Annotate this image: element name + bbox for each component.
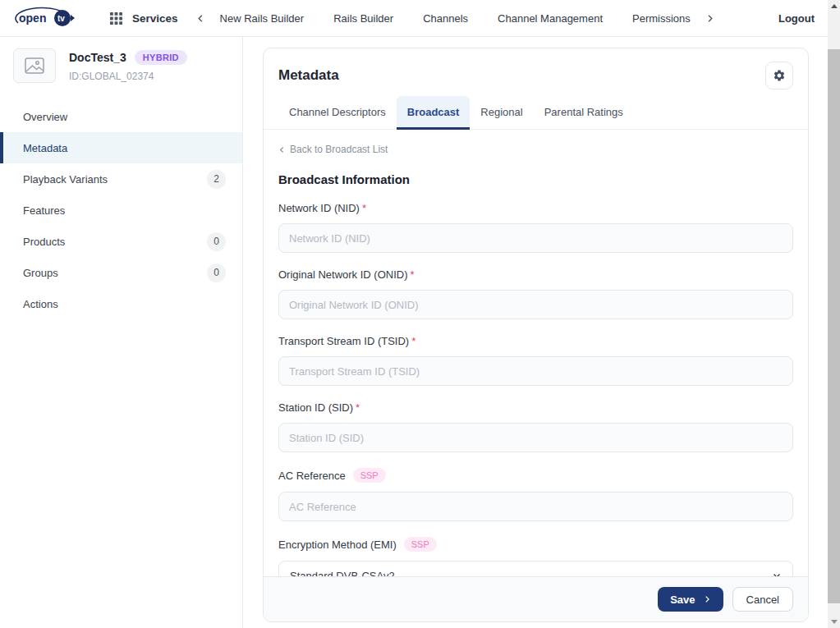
nav-item-channels[interactable]: Channels [423,12,468,25]
field-label: Station ID (SID) [278,401,353,414]
apps-grid-icon[interactable] [110,12,122,25]
scrollbar-up-arrow[interactable] [828,0,840,12]
scrollbar-down-arrow[interactable] [828,616,840,628]
select-value: Standard DVB-CSAv2 [290,570,395,577]
broadcast-form: Back to Broadcast List Broadcast Informa… [264,130,808,576]
opentv-logo[interactable]: open tv [15,7,77,30]
page-title: Metadata [278,67,339,84]
field-original-network-id: Original Network ID (ONID) * [278,268,793,319]
panel-header: Metadata [264,48,808,96]
channel-thumbnail [13,48,56,83]
sidebar-item-features[interactable]: Features [0,195,242,226]
station-id-input[interactable] [278,423,793,452]
back-to-broadcast-list-link[interactable]: Back to Broadcast List [278,144,388,155]
sidebar-menu: Overview Metadata Playback Variants 2 Fe… [0,101,242,319]
required-asterisk: * [411,335,415,347]
settings-button[interactable] [765,62,793,89]
sidebar-item-label: Products [23,236,65,248]
metadata-panel: Metadata Channel Descriptors Broadcast R… [263,48,809,622]
sidebar-item-actions[interactable]: Actions [0,288,242,319]
nav-item-channel-management[interactable]: Channel Management [498,12,603,25]
chevron-left-icon [278,146,286,154]
sidebar-item-overview[interactable]: Overview [0,101,242,132]
opentv-logo-graphic: open tv [15,7,77,30]
form-footer: Save Cancel [264,576,808,621]
field-transport-stream-id: Transport Stream ID (TSID) * [278,335,793,386]
required-asterisk: * [356,401,360,414]
top-nav-links: New Rails Builder Rails Builder Channels… [220,12,691,25]
sidebar-item-label: Overview [23,111,67,123]
sidebar-item-products[interactable]: Products 0 [0,226,242,257]
entity-name: DocTest_3 [69,51,126,64]
field-network-id: Network ID (NID) * [278,202,793,253]
services-menu[interactable]: Services [132,12,178,25]
encryption-method-select[interactable]: Standard DVB-CSAv2 [278,561,793,576]
nav-item-permissions[interactable]: Permissions [632,12,691,25]
sidebar-item-label: Actions [23,298,58,310]
field-label: Encryption Method (EMI) [278,539,397,551]
section-title: Broadcast Information [278,172,793,186]
entity-header: DocTest_3 HYBRID ID:GLOBAL_02374 [0,37,242,96]
chevron-right-icon [703,595,711,603]
tab-parental-ratings[interactable]: Parental Ratings [534,96,634,130]
field-encryption-method: Encryption Method (EMI) SSP Standard DVB… [278,537,793,576]
sidebar-item-metadata[interactable]: Metadata [0,132,242,163]
logout-button[interactable]: Logout [778,12,815,25]
save-label: Save [670,594,695,606]
sidebar-item-groups[interactable]: Groups 0 [0,257,242,288]
original-network-id-input[interactable] [278,290,793,319]
count-badge: 0 [207,264,226,282]
ssp-badge: SSP [404,537,437,552]
nav-item-new-rails-builder[interactable]: New Rails Builder [220,12,305,25]
field-label: AC Reference [278,470,346,482]
field-station-id: Station ID (SID) * [278,401,793,452]
field-label: Network ID (NID) [278,202,360,214]
nav-item-rails-builder[interactable]: Rails Builder [333,12,393,25]
count-badge: 2 [207,170,226,189]
sidebar-item-label: Features [23,204,65,217]
count-badge: 0 [207,232,226,251]
entity-type-badge: HYBRID [135,50,187,65]
sidebar-item-playback-variants[interactable]: Playback Variants 2 [0,163,242,195]
sidebar-item-label: Playback Variants [23,173,108,186]
field-ac-reference: AC Reference SSP [278,468,793,521]
chevron-down-icon [772,571,782,576]
scrollbar-thumb[interactable] [828,49,840,603]
tab-broadcast[interactable]: Broadcast [397,96,470,130]
entity-id: ID:GLOBAL_02374 [69,71,187,82]
cancel-button[interactable]: Cancel [732,587,793,612]
nav-scroll-right-icon[interactable] [705,14,714,23]
nav-scroll-left-icon[interactable] [196,14,205,23]
gear-icon [773,69,786,82]
required-asterisk: * [362,202,366,214]
entity-meta: DocTest_3 HYBRID ID:GLOBAL_02374 [69,48,187,82]
network-id-input[interactable] [278,223,793,253]
svg-text:tv: tv [57,14,65,23]
svg-text:open: open [19,11,46,25]
field-label: Transport Stream ID (TSID) [278,335,409,347]
transport-stream-id-input[interactable] [278,356,793,386]
sidebar: DocTest_3 HYBRID ID:GLOBAL_02374 Overvie… [0,37,243,628]
image-placeholder-icon [25,57,44,74]
scrollbar[interactable] [828,0,840,628]
tab-channel-descriptors[interactable]: Channel Descriptors [278,96,397,130]
sidebar-item-label: Groups [23,267,58,279]
tab-regional[interactable]: Regional [470,96,533,130]
top-nav: open tv Services New Rails Builder Rails… [0,0,828,37]
field-label: Original Network ID (ONID) [278,268,407,281]
required-asterisk: * [410,268,414,281]
back-link-label: Back to Broadcast List [290,144,388,155]
save-button[interactable]: Save [658,587,723,612]
sidebar-item-label: Metadata [23,142,67,154]
metadata-tabs: Channel Descriptors Broadcast Regional P… [264,96,808,130]
ssp-badge: SSP [353,468,386,483]
ac-reference-input[interactable] [278,492,793,521]
